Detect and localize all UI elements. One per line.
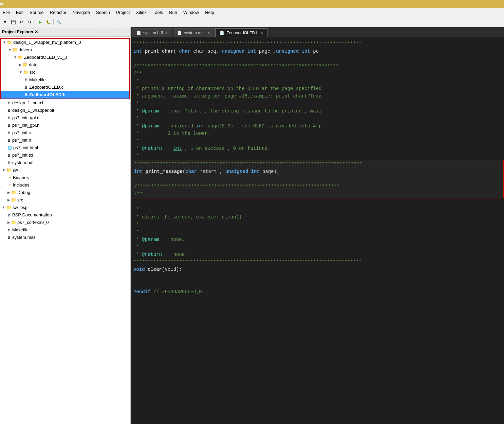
- explorer-max-btn[interactable]: □: [124, 30, 128, 34]
- code-line-32: [131, 281, 504, 288]
- tree-item-label: ZedboardOLED_v1_0: [24, 54, 67, 61]
- tree-item-sw_bsp[interactable]: ▼📁sw_bsp: [0, 204, 130, 211]
- tree-item-ZedboardOLED_h[interactable]: 🗎ZedboardOLED.h: [1, 91, 129, 99]
- tree-item-design_1_bd_tcl[interactable]: 🗎design_1_bd.tcl: [0, 99, 130, 107]
- code-line-15: *: [131, 152, 504, 160]
- tree-item-label: ps7_init_gpl.h: [12, 122, 39, 129]
- toolbar-btn-new[interactable]: ▼: [1, 18, 9, 26]
- menu-item-project[interactable]: Project: [115, 10, 130, 15]
- tab-close-btn[interactable]: ✕: [165, 31, 168, 35]
- tree-item-label: src: [17, 197, 23, 204]
- tree-item-label: design_1_wrapper_hw_platform_0: [13, 39, 81, 46]
- toolbar-btn-run[interactable]: ▶: [36, 18, 44, 26]
- tree-item-drivers[interactable]: ▼📁drivers: [1, 46, 129, 54]
- file-h-icon: 🗎: [7, 122, 11, 129]
- code-line-7: * argument, maximum string per page =16,…: [131, 92, 504, 100]
- code-line-2: [131, 55, 504, 63]
- toolbar-btn-debug[interactable]: 🐛: [44, 18, 52, 26]
- main-layout: Project Explorer ✕ ⊟ ▽ ⋮ — □ ▼📁design_1_…: [0, 27, 504, 424]
- tree-item-system_hdf[interactable]: 🗎system.hdf: [0, 159, 130, 166]
- editor-panel: 📄system.hdf✕📄system.mss✕📄ZedboardOLED.h✕…: [131, 27, 504, 424]
- code-line-22: *: [131, 206, 504, 213]
- code-token: *: [133, 145, 142, 152]
- tree-item-BSP-Documentation[interactable]: 🗎BSP Documentation: [0, 211, 130, 219]
- code-token: /**: [133, 70, 142, 77]
- tree-item-data[interactable]: ▶📁data: [1, 61, 129, 69]
- tree-item-label: design_1_bd.tcl: [12, 100, 43, 106]
- code-line-0: ****************************************…: [131, 40, 504, 48]
- file-generic-icon: 🗎: [24, 76, 28, 83]
- explorer-menu-btn[interactable]: ⋮: [112, 30, 118, 34]
- code-line-9: * @param char *start , the string messag…: [131, 107, 504, 115]
- code-token: none.: [159, 236, 185, 243]
- tree-item-Makefile[interactable]: 🗎Makefile: [0, 226, 130, 234]
- menu-item-file[interactable]: File: [2, 10, 11, 15]
- code-token: *: [133, 77, 139, 85]
- tree-item-src[interactable]: ▶📁src: [0, 196, 130, 204]
- code-token: * 3 is the lower.: [133, 130, 210, 137]
- code-token: [145, 266, 148, 273]
- tree-item-ZedboardOLED_c[interactable]: 🗎ZedboardOLED.c: [1, 84, 129, 91]
- tree-item-ps7_init_gpl_c[interactable]: 🗎ps7_init_gpl.c: [0, 114, 130, 122]
- code-line-8: *: [131, 100, 504, 107]
- tab-system_mss[interactable]: 📄system.mss✕: [173, 28, 214, 37]
- explorer-min-btn[interactable]: —: [119, 30, 123, 34]
- toolbar-btn-redo[interactable]: ↪: [26, 18, 33, 26]
- folder-icon: 📁: [11, 219, 16, 226]
- tree-item-sw[interactable]: ▼📁sw: [0, 166, 130, 174]
- folder-icon: 📁: [7, 39, 12, 46]
- tree-item-Includes[interactable]: ✦Includes: [0, 181, 130, 189]
- tree-item-ps7_init_gpl_h[interactable]: 🗎ps7_init_gpl.h: [0, 122, 130, 129]
- tree-item-ps7_cortexa9_0[interactable]: ▶📁ps7_cortexa9_0: [0, 219, 130, 226]
- code-line-1: int print_char( char char_seq, unsigned …: [131, 48, 504, 55]
- tree-item-design_1_wrapper_hw_platform_0[interactable]: ▼📁design_1_wrapper_hw_platform_0: [1, 39, 129, 46]
- menu-item-run[interactable]: Run: [168, 10, 178, 15]
- menu-bar: FileEditSourceRefactorNavigateSearchProj…: [0, 8, 504, 17]
- menu-item-edit[interactable]: Edit: [15, 10, 24, 15]
- menu-item-search[interactable]: Search: [95, 10, 111, 15]
- tree-item-Debug[interactable]: ▶📁Debug: [0, 189, 130, 196]
- tab-ZedboardOLED_h[interactable]: 📄ZedboardOLED.h✕: [215, 28, 267, 37]
- tree-item-src[interactable]: ▼📁src: [1, 69, 129, 76]
- toolbar-btn-undo[interactable]: ↩: [18, 18, 25, 26]
- tree-item-ps7_init_tcl[interactable]: 🗎ps7_init.tcl: [0, 152, 130, 159]
- tree-item-system_mss[interactable]: 🗎system.mss: [0, 234, 130, 241]
- tree-item-design_1_wrapper_bit[interactable]: 🗎design_1_wrapper.bit: [0, 107, 130, 114]
- folder-icon: 📁: [6, 204, 12, 211]
- code-token: /**: [134, 190, 143, 198]
- tree-item-label: src: [30, 69, 35, 76]
- menu-item-tools[interactable]: Tools: [152, 10, 164, 15]
- code-token: ****************************************…: [133, 40, 361, 48]
- tab-close-btn[interactable]: ✕: [207, 31, 210, 35]
- tree-item-ZedboardOLED_v1_0[interactable]: ▼📁ZedboardOLED_v1_0: [1, 54, 129, 61]
- tree-item-Makefile[interactable]: 🗎Makefile: [1, 76, 129, 84]
- tree-item-Binaries[interactable]: ✦Binaries: [0, 174, 130, 181]
- tab-bar: 📄system.hdf✕📄system.mss✕📄ZedboardOLED.h✕: [131, 27, 504, 37]
- menu-item-source[interactable]: Source: [29, 10, 44, 15]
- tab-system_hdf[interactable]: 📄system.hdf✕: [132, 28, 172, 37]
- explorer-filter-btn[interactable]: ▽: [107, 30, 111, 34]
- menu-item-window[interactable]: Window: [183, 10, 200, 15]
- explorer-collapse-btn[interactable]: ⊟: [102, 30, 106, 34]
- menu-item-xilinx[interactable]: Xilinx: [135, 10, 147, 15]
- toolbar-btn-save[interactable]: 💾: [10, 18, 17, 26]
- tree-item-ps7_init_c[interactable]: 🗎ps7_init.c: [0, 129, 130, 137]
- folder-open-arrow: ▼: [2, 204, 5, 211]
- code-line-16: ****************************************…: [131, 160, 504, 168]
- file-c-icon: 🗎: [7, 129, 11, 136]
- code-editor[interactable]: ****************************************…: [131, 37, 504, 424]
- project-explorer-panel: Project Explorer ✕ ⊟ ▽ ⋮ — □ ▼📁design_1_…: [0, 27, 131, 424]
- code-token: clear: [148, 266, 162, 273]
- menu-item-help[interactable]: Help: [204, 10, 215, 15]
- folder-arrow: ▶: [7, 219, 10, 226]
- toolbar-btn-search[interactable]: 🔍: [55, 18, 62, 26]
- code-token: char *start , the string message to be p…: [159, 107, 322, 115]
- tree-item-ps7_init_html[interactable]: 🌐ps7_init.html: [0, 144, 130, 152]
- menu-item-refactor[interactable]: Refactor: [49, 10, 67, 15]
- menu-item-navigate[interactable]: Navigate: [72, 10, 91, 15]
- tree-item-ps7_init_h[interactable]: 🗎ps7_init.h: [0, 137, 130, 144]
- code-line-25: *: [131, 228, 504, 236]
- code-token: *: [133, 236, 142, 243]
- toolbar: ▼ 💾 ↩ ↪ ▶ 🐛 🔍: [0, 17, 504, 27]
- tab-close-btn[interactable]: ✕: [260, 31, 263, 35]
